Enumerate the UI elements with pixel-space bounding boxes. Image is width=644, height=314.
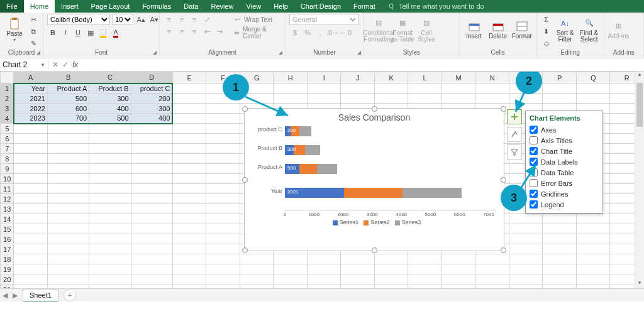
font-size-select[interactable]: 10 [112,14,133,25]
cell[interactable] [47,274,89,284]
cell[interactable] [475,274,509,284]
cell[interactable] [131,184,172,194]
cell[interactable] [131,274,172,284]
cell[interactable] [576,244,610,254]
align-left-icon[interactable]: ≡ [164,26,175,37]
cell[interactable]: 2021 [14,94,48,104]
cell[interactable] [14,204,48,214]
cell[interactable]: Product B [89,84,131,94]
cell[interactable] [543,234,577,244]
cell[interactable]: 500 [47,94,89,104]
ribbon-tab-page-layout[interactable]: Page Layout [85,0,136,13]
col-header[interactable]: J [341,72,375,84]
cell[interactable] [131,154,172,164]
col-header[interactable]: P [543,72,577,84]
chart-plot-area[interactable]: product C200Product B300Product A500Year… [285,125,496,219]
chart-element-option[interactable]: Axis Titles [530,135,599,146]
cell[interactable]: 400 [131,114,172,124]
cell[interactable] [509,224,543,234]
cell[interactable] [14,184,48,194]
chart-styles-button[interactable] [507,127,522,142]
ribbon-tab-format[interactable]: Format [347,0,382,13]
find-select-button[interactable]: 🔍Find & Select [579,14,600,45]
cell[interactable] [543,264,577,274]
resize-handle[interactable] [501,106,506,112]
cell[interactable] [576,84,610,94]
row-header[interactable]: 6 [1,134,14,144]
cell[interactable] [47,234,89,244]
ribbon-tab-insert[interactable]: Insert [55,0,85,13]
wrap-text-icon[interactable]: ↩ [231,14,243,25]
cell[interactable] [47,244,89,254]
fill-icon[interactable]: ⬇ [541,26,552,37]
merge-icon[interactable]: ⬌ [231,27,242,38]
cell[interactable] [172,154,206,164]
accounting-icon[interactable]: $ [289,27,301,38]
cell[interactable] [131,254,172,264]
format-cells-button[interactable]: Format [511,14,533,45]
row-header[interactable]: 4 [1,114,14,124]
clear-icon[interactable]: ◇ [541,38,552,49]
row-header[interactable]: 7 [1,144,14,154]
cell[interactable] [14,194,48,204]
col-header[interactable]: Q [576,72,610,84]
cell[interactable] [14,234,48,244]
cell[interactable] [89,184,131,194]
cell[interactable] [206,124,240,134]
chart-bar[interactable]: 500 [285,164,337,174]
enter-icon[interactable]: ✓ [62,60,69,69]
cell[interactable] [543,224,577,234]
sheet-nav-next-icon[interactable]: ▶ [10,291,20,300]
cell[interactable] [307,274,341,284]
chart-element-option[interactable]: Legend [530,199,599,210]
resize-handle[interactable] [242,247,248,253]
chart-element-option[interactable]: Axes [530,124,599,135]
col-header[interactable]: C [89,72,131,84]
cell[interactable] [576,224,610,234]
cell[interactable] [206,154,240,164]
cell[interactable] [374,274,408,284]
row-header[interactable]: 13 [1,204,14,214]
cell[interactable] [374,84,408,94]
cell[interactable] [408,264,442,274]
cell[interactable] [475,264,509,274]
cell[interactable] [341,94,375,104]
cell[interactable] [131,244,172,254]
align-right-icon[interactable]: ≡ [189,26,200,37]
cell[interactable] [172,124,206,134]
chart-bar-segment[interactable] [305,145,319,155]
cell[interactable] [307,84,341,94]
delete-cells-button[interactable]: Delete [487,14,509,45]
cell[interactable] [543,84,577,94]
font-name-select[interactable]: Calibri (Body) [47,14,110,25]
cell[interactable] [89,134,131,144]
cell[interactable]: product C [131,84,172,94]
indent-inc-icon[interactable]: ⇥ [214,26,225,37]
cell[interactable] [14,274,48,284]
cell[interactable] [206,144,240,154]
resize-handle[interactable] [501,247,506,253]
cell[interactable] [47,144,89,154]
ribbon-tab-file[interactable]: File [0,0,24,13]
cell[interactable] [206,264,240,274]
font-color-icon[interactable]: A [110,27,121,38]
cell-styles-button[interactable]: ▧Cell Styles [416,14,437,45]
chart-bar-segment[interactable] [402,188,462,198]
row-header[interactable]: 10 [1,174,14,184]
cell[interactable] [475,84,509,94]
cut-icon[interactable]: ✂ [28,14,39,25]
row-header[interactable]: 8 [1,154,14,164]
cell[interactable] [172,264,206,274]
col-header[interactable]: M [441,72,475,84]
resize-handle[interactable] [372,106,377,112]
chart-legend[interactable]: Series1Series2Series3 [245,219,504,225]
cell[interactable] [374,254,408,264]
cell[interactable] [47,224,89,234]
cell[interactable] [172,214,206,224]
cell[interactable] [14,124,48,134]
chart-bar-segment[interactable] [299,126,311,136]
cell[interactable] [576,264,610,274]
cell[interactable] [172,104,206,114]
cell[interactable] [172,204,206,214]
cell[interactable] [172,194,206,204]
